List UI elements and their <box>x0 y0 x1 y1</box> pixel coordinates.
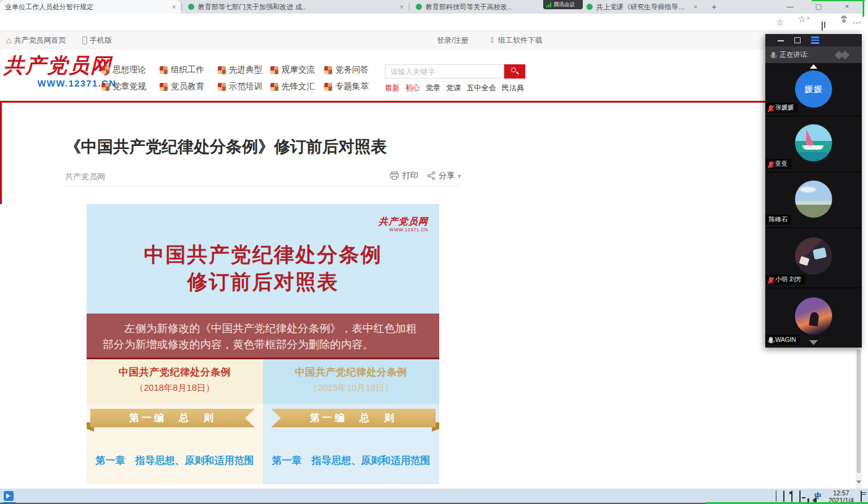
browser-menu-icon[interactable]: ⋯ <box>851 17 862 28</box>
participant-video-tile[interactable]: WAGIN <box>765 288 862 348</box>
browser-tab-4[interactable]: 共上党课《研究生导师指导行为.. × <box>582 0 702 14</box>
search-box <box>385 64 504 79</box>
tray-phone-icon[interactable] <box>783 491 784 502</box>
tray-usb-icon[interactable] <box>791 491 793 502</box>
action-center-icon[interactable] <box>861 491 862 502</box>
hot-word[interactable]: 民法典 <box>502 83 524 93</box>
meeting-panel: 正在讲话: 媛媛 张媛媛 亚亚 陈峰石 <box>765 34 862 348</box>
scrollbar-thumb[interactable] <box>857 349 861 473</box>
article-poster-image: 共产党员网 WWW.12371.CN 中国共产党纪律处分条例 修订前后对照表 左… <box>87 204 439 484</box>
nav-item[interactable]: 党务问答 <box>324 64 369 75</box>
participant-video-tile[interactable]: 小明 刘芳 <box>765 228 862 288</box>
hot-word[interactable]: 党章 <box>426 83 440 93</box>
search-button[interactable] <box>504 64 525 79</box>
meta-divider <box>65 186 461 186</box>
hot-word[interactable]: 五中全会 <box>466 83 496 93</box>
taskbar-clock[interactable]: 12:57 2021/1/4 <box>828 489 854 504</box>
browser-tab-1[interactable]: 业单位工作人员处分暂行规定 × <box>0 0 181 14</box>
mobile-version-link[interactable]: 手机版 <box>82 31 112 49</box>
favorite-star-icon[interactable]: ☆ <box>775 17 786 28</box>
login-register-link[interactable]: 登录/注册 <box>437 31 468 49</box>
left-column-date: （2018年8月18日） <box>87 382 263 394</box>
search-icon <box>511 67 516 72</box>
left-column-title: 中国共产党纪律处分条例 <box>87 366 263 379</box>
mic-on-icon <box>769 337 773 343</box>
share-button[interactable]: 分享 ▾ <box>427 170 461 181</box>
window-minimize-button[interactable]: — <box>780 0 801 12</box>
tab-close-icon[interactable]: × <box>172 4 176 11</box>
grid-icon <box>218 83 226 91</box>
scrollbar-down-arrow[interactable] <box>856 479 862 486</box>
site-logo[interactable]: 共产党员网 WWW.12371.CN <box>4 53 116 89</box>
muted-mic-icon <box>769 277 773 283</box>
share-icon <box>427 171 436 180</box>
hot-word[interactable]: 初心 <box>405 83 420 93</box>
left-red-edge <box>0 103 2 204</box>
mobile-label: 手机版 <box>90 35 112 46</box>
site-header: 共产党员网 WWW.12371.CN 思想理论 组织工作 先进典型 观摩交流 党… <box>0 49 862 101</box>
right-column-date: （2015年10月18日） <box>263 382 439 394</box>
grid-icon <box>270 83 278 91</box>
nav-item[interactable]: 先进典型 <box>218 64 262 75</box>
window-maximize-button[interactable]: ▢ <box>808 0 829 12</box>
meeting-watermark-icon <box>835 50 853 60</box>
participant-label: WAGIN <box>765 335 800 344</box>
tray-display-icon[interactable] <box>799 491 801 502</box>
poster-notice-banner: 左侧为新修改的《中国共产党纪律处分条例》，表中红色加粗部分为新增或修改的内容，黄… <box>87 314 439 357</box>
nav-item[interactable]: 组织工作 <box>160 64 204 75</box>
site-home-link[interactable]: ⌂ 共产党员网首页 <box>6 31 66 49</box>
tab-favicon-icon <box>188 4 194 10</box>
page-scrollbar[interactable] <box>856 348 862 489</box>
scroll-down-icon[interactable] <box>809 340 818 345</box>
print-button[interactable]: 打印 <box>390 170 418 181</box>
participant-video-tile[interactable]: 陈峰石 <box>765 173 862 228</box>
nav-label: 党务问答 <box>335 64 369 75</box>
nav-label: 观摩交流 <box>281 64 315 75</box>
nav-item[interactable]: 先锋文汇 <box>270 81 315 92</box>
home-icon: ⌂ <box>6 35 11 45</box>
screen-share-indicator[interactable]: 腾讯会议 <box>543 0 583 9</box>
site-topbar: ⌂ 共产党员网首页 手机版 登录/注册 ⇩ 组工软件下载 <box>0 31 862 49</box>
share-border-right <box>862 0 864 17</box>
nav-item[interactable]: 党员教育 <box>160 81 204 92</box>
share-border-top <box>812 0 865 1</box>
header-red-divider <box>0 101 862 103</box>
participant-label: 陈峰石 <box>765 215 791 224</box>
download-label: 组工软件下载 <box>498 35 543 46</box>
panel-minimize-icon[interactable] <box>778 40 784 41</box>
hidden-icons-caret[interactable] <box>776 491 776 502</box>
scroll-up-icon[interactable] <box>810 64 817 69</box>
avatar <box>795 181 832 218</box>
ime-language-indicator[interactable]: 中 <box>814 491 822 502</box>
tab-close-icon[interactable]: × <box>694 4 697 11</box>
muted-mic-icon <box>769 161 773 167</box>
software-download-link[interactable]: ⇩ 组工软件下载 <box>489 31 543 49</box>
browser-tab-2[interactable]: 教育部等七部门关于加强和改进 成.. × <box>183 0 408 14</box>
nav-item[interactable]: 专题集萃 <box>324 81 369 92</box>
nav-item[interactable]: 党章党规 <box>101 81 146 92</box>
profile-avatar-icon[interactable] <box>834 17 845 28</box>
poster-blue-section: 共产党员网 WWW.12371.CN 中国共产党纪律处分条例 修订前后对照表 <box>87 204 439 314</box>
participant-video-tile[interactable]: 媛媛 张媛媛 <box>765 63 862 116</box>
participant-video-tile[interactable]: 亚亚 <box>765 116 862 173</box>
search-input[interactable] <box>385 65 504 78</box>
favorites-bar-icon[interactable]: ☆ <box>796 14 807 25</box>
nav-item[interactable]: 思想理论 <box>101 64 146 75</box>
participant-name: 陈峰石 <box>769 215 788 224</box>
nav-item[interactable]: 观摩交流 <box>270 64 315 75</box>
browser-toolbar: ☆ ☆ ⋯ <box>0 14 862 31</box>
collections-icon[interactable] <box>817 17 828 28</box>
new-tab-button[interactable]: + <box>708 1 720 12</box>
hot-search-words: 最新 初心 党章 党课 五中全会 民法典 <box>385 83 524 93</box>
taskbar-app-icon[interactable] <box>4 491 14 501</box>
panel-list-view-icon[interactable] <box>811 36 819 44</box>
participant-name: 小明 刘芳 <box>775 275 802 284</box>
hot-word[interactable]: 最新 <box>385 83 400 93</box>
panel-maximize-icon[interactable] <box>794 37 801 43</box>
nav-label: 示范培训 <box>229 81 262 92</box>
tab-close-icon[interactable]: × <box>400 4 403 11</box>
window-close-button[interactable]: × <box>836 0 857 12</box>
hot-word[interactable]: 党课 <box>446 83 461 93</box>
nav-label: 思想理论 <box>113 64 146 75</box>
nav-item[interactable]: 示范培训 <box>218 81 262 92</box>
